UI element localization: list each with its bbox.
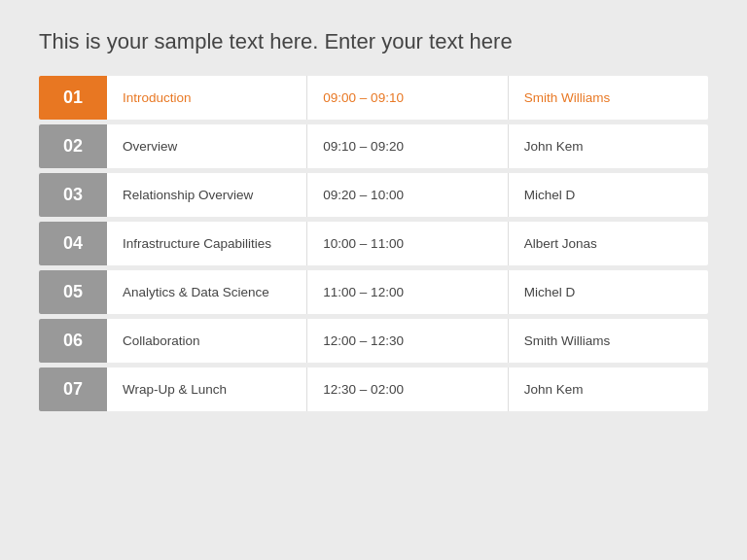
schedule-row: 01Introduction09:00 – 09:10Smith William…	[39, 76, 708, 120]
schedule-row: 03Relationship Overview09:20 – 10:00Mich…	[39, 173, 708, 217]
row-topic: Introduction	[107, 76, 307, 120]
row-number: 04	[39, 222, 107, 265]
row-topic: Wrap-Up & Lunch	[107, 368, 307, 411]
schedule-row: 02Overview09:10 – 09:20John Kem	[39, 124, 708, 168]
row-number: 05	[39, 270, 107, 314]
schedule-table: 01Introduction09:00 – 09:10Smith William…	[39, 76, 708, 416]
schedule-row: 04Infrastructure Capabilities10:00 – 11:…	[39, 222, 708, 265]
row-number: 06	[39, 319, 107, 363]
page-title: This is your sample text here. Enter you…	[39, 29, 513, 54]
row-number: 03	[39, 173, 107, 217]
row-time: 09:10 – 09:20	[307, 124, 508, 168]
row-speaker: Smith Williams	[509, 76, 708, 120]
row-time: 12:30 – 02:00	[307, 368, 508, 411]
schedule-row: 07Wrap-Up & Lunch12:30 – 02:00John Kem	[39, 368, 708, 411]
row-time: 09:20 – 10:00	[307, 173, 508, 217]
row-time: 12:00 – 12:30	[307, 319, 508, 363]
row-topic: Infrastructure Capabilities	[107, 222, 307, 265]
row-speaker: Michel D	[509, 270, 708, 314]
row-topic: Relationship Overview	[107, 173, 307, 217]
row-topic: Overview	[107, 124, 307, 168]
row-speaker: Smith Williams	[509, 319, 708, 363]
row-number: 02	[39, 124, 107, 168]
row-time: 11:00 – 12:00	[307, 270, 508, 314]
row-speaker: John Kem	[509, 124, 708, 168]
row-topic: Analytics & Data Science	[107, 270, 307, 314]
row-speaker: John Kem	[509, 368, 708, 411]
row-number: 07	[39, 368, 107, 411]
row-time: 09:00 – 09:10	[307, 76, 508, 120]
row-topic: Collaboration	[107, 319, 307, 363]
schedule-row: 06Collaboration12:00 – 12:30Smith Willia…	[39, 319, 708, 363]
row-speaker: Albert Jonas	[509, 222, 708, 265]
row-speaker: Michel D	[509, 173, 708, 217]
row-time: 10:00 – 11:00	[307, 222, 508, 265]
row-number: 01	[39, 76, 107, 120]
schedule-row: 05Analytics & Data Science11:00 – 12:00M…	[39, 270, 708, 314]
